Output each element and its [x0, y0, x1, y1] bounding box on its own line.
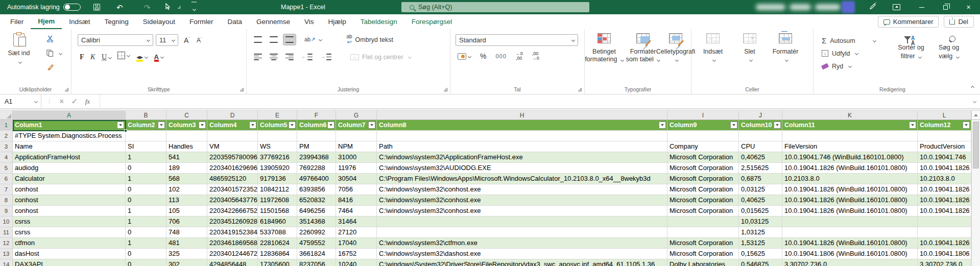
cell[interactable]: 2,515625	[739, 163, 782, 174]
cell[interactable]: 10.0.19041.1826	[918, 184, 971, 195]
cell[interactable]	[336, 131, 377, 141]
cell[interactable]: Name	[13, 141, 126, 152]
fill-handle[interactable]	[124, 129, 127, 132]
table-header-cell[interactable]: Column11	[782, 120, 918, 131]
filter-dropdown-icon[interactable]	[774, 122, 781, 129]
tab-sidelayout[interactable]: Sidelayout	[136, 14, 182, 29]
cell[interactable]: 17040	[336, 238, 377, 249]
cell[interactable]	[166, 131, 207, 141]
cell[interactable]: 0	[126, 227, 166, 238]
cell[interactable]: 2203595780096	[207, 152, 258, 163]
cell[interactable]: 0	[126, 249, 166, 259]
formula-input[interactable]	[100, 94, 969, 108]
cell[interactable]: VM	[207, 141, 258, 152]
cell[interactable]: Handles	[166, 141, 207, 152]
font-dialog-launcher-icon[interactable]	[240, 88, 244, 91]
alignment-dialog-launcher-icon[interactable]	[444, 88, 447, 91]
cell[interactable]: 0,40625	[739, 152, 782, 163]
cell[interactable]: 49766400	[297, 174, 336, 184]
cell[interactable]	[207, 131, 258, 141]
cell[interactable]	[258, 131, 297, 141]
cell[interactable]: 0,546875	[739, 259, 782, 266]
cell[interactable]: conhost	[13, 195, 126, 206]
clipboard-dialog-launcher-icon[interactable]	[65, 88, 68, 91]
cell[interactable]: 10.0.19041.1826	[918, 206, 971, 216]
cell[interactable]: 6184960	[258, 216, 297, 227]
cell[interactable]: dasHost	[13, 249, 126, 259]
row-header-6[interactable]: 6	[0, 174, 13, 184]
tab-indsæt[interactable]: Indsæt	[62, 14, 97, 29]
cell[interactable]	[739, 131, 782, 141]
cell[interactable]: 10.0.19041.1806 (WinBuild.160101.0800)	[782, 249, 918, 259]
cell[interactable]: 10.0.19041.746 (WinBuild.160101.0800)	[782, 152, 918, 163]
increase-font-icon[interactable]: Aˆ	[184, 36, 190, 44]
cell[interactable]: C:\windows\system32\dashost.exe	[377, 249, 667, 259]
cell[interactable]: CPU	[739, 141, 782, 152]
cell[interactable]: 6520832	[297, 195, 336, 206]
table-header-cell[interactable]: Column4	[207, 120, 258, 131]
cell[interactable]: 325	[166, 249, 207, 259]
align-center-button[interactable]	[268, 52, 280, 62]
cell[interactable]: 0,03125	[739, 184, 782, 195]
cell[interactable]: 27120	[336, 227, 377, 238]
column-header-F[interactable]: F	[297, 111, 336, 120]
cell[interactable]: 1	[126, 238, 166, 249]
cell[interactable]: 3.30702.736.0	[918, 259, 971, 266]
cell[interactable]: 10.0.19041.1826 (WinBuild.160101.0800)	[782, 163, 918, 174]
table-header-cell[interactable]: Column5	[258, 120, 297, 131]
cell[interactable]: 102	[166, 184, 207, 195]
cut-button[interactable]	[45, 35, 55, 44]
copy-dropdown-icon[interactable]	[59, 52, 62, 55]
increase-indent-button[interactable]: →	[318, 52, 333, 62]
cell[interactable]: csrss	[13, 216, 126, 227]
insert-cells-button[interactable]: Indsæt	[698, 33, 728, 64]
cell[interactable]: 10.0.19041.1826	[918, 163, 971, 174]
cell[interactable]: 6496256	[297, 206, 336, 216]
cell[interactable]: 13905920	[258, 163, 297, 174]
font-name-select[interactable]: Calibri	[78, 34, 153, 46]
cell-styles-button[interactable]: Celletypografi	[654, 33, 697, 64]
cell[interactable]: 0,015625	[739, 206, 782, 216]
row-header-12[interactable]: 12	[0, 238, 13, 249]
row-header-5[interactable]: 5	[0, 163, 13, 174]
filter-dropdown-icon[interactable]	[909, 122, 916, 129]
row-header-13[interactable]: 13	[0, 249, 13, 259]
cell[interactable]: Microsoft Corporation	[667, 249, 739, 259]
row-header-1[interactable]: 1	[0, 120, 13, 131]
cell[interactable]: 6393856	[297, 184, 336, 195]
decrease-decimal-button[interactable]: ,00→0	[532, 52, 539, 61]
clear-button[interactable]: Ryd	[822, 60, 876, 72]
tab-tabeldesign[interactable]: Tabeldesign	[353, 14, 404, 29]
cell[interactable]: 2203451260928	[207, 216, 258, 227]
bold-button[interactable]: F	[80, 53, 84, 61]
cell[interactable]: 11501568	[258, 206, 297, 216]
delete-cells-button[interactable]: Slet	[735, 33, 764, 64]
touch-mode-icon[interactable]	[164, 3, 171, 11]
cell[interactable]: 10.0.19041.1826 (WinBuild.160101.0800)	[782, 238, 918, 249]
table-header-cell[interactable]: Column3	[166, 120, 207, 131]
cell[interactable]: 7464	[336, 206, 377, 216]
cell[interactable]: 0	[126, 195, 166, 206]
cell[interactable]: SI	[126, 141, 166, 152]
cell[interactable]: 7692288	[297, 163, 336, 174]
filter-dropdown-icon[interactable]	[659, 122, 666, 129]
cell[interactable]	[918, 131, 971, 141]
cell[interactable]: Dolby Laboratories	[667, 259, 739, 266]
cell[interactable]: Microsoft Corporation	[667, 174, 739, 184]
cell[interactable]: NPM	[336, 141, 377, 152]
cell[interactable]: 1	[126, 216, 166, 227]
cell[interactable]	[667, 216, 739, 227]
tab-data[interactable]: Data	[220, 14, 249, 29]
cell[interactable]: 748	[166, 227, 207, 238]
cell[interactable]: Microsoft Corporation	[667, 184, 739, 195]
row-header-8[interactable]: 8	[0, 195, 13, 206]
format-painter-button[interactable]	[45, 63, 55, 72]
cell[interactable]: 2203422666752	[207, 206, 258, 216]
cell[interactable]: Microsoft Corporation	[667, 195, 739, 206]
formula-bar-grip[interactable]: ⋮	[46, 98, 52, 105]
borders-button[interactable]	[117, 52, 130, 59]
cell[interactable]: 2203401572352	[207, 184, 258, 195]
customize-toolbar-icon[interactable]	[192, 2, 197, 13]
cell[interactable]	[667, 131, 739, 141]
cell[interactable]: 5337088	[258, 227, 297, 238]
